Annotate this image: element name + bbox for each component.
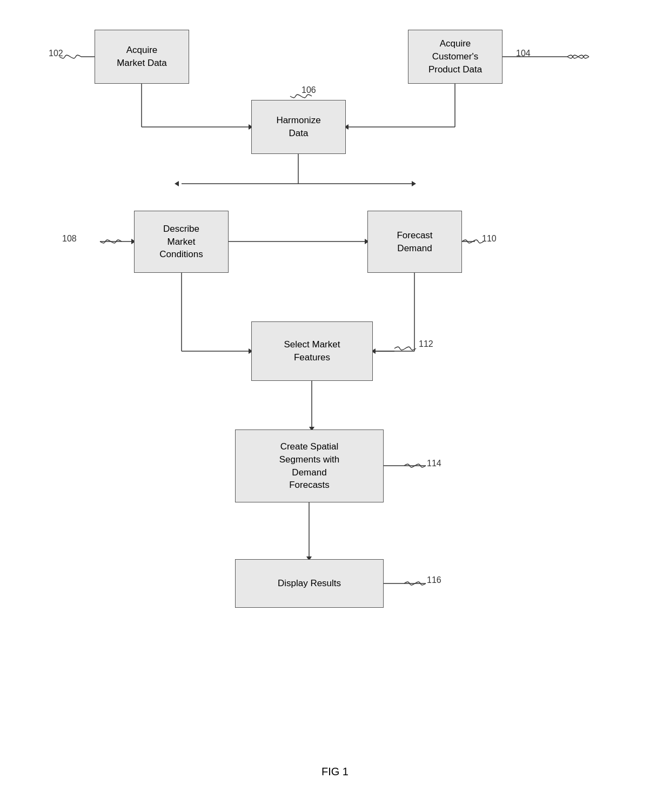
diagram-container: Acquire Market Data Acquire Customer's P…: [0, 0, 670, 789]
box-describe-market-conditions: Describe Market Conditions: [134, 211, 229, 273]
box-acquire-market-data: Acquire Market Data: [95, 30, 189, 84]
ref-106: 106: [302, 85, 316, 95]
box-display-results: Display Results: [235, 559, 384, 608]
box-acquire-product-data: Acquire Customer's Product Data: [408, 30, 502, 84]
ref-112: 112: [419, 339, 433, 349]
ref-108: 108: [62, 234, 77, 244]
figure-label: FIG 1: [0, 766, 670, 778]
ref-116: 116: [427, 575, 441, 585]
svg-marker-12: [175, 181, 179, 186]
ref-104: 104: [516, 49, 531, 58]
box-select-market-features: Select Market Features: [251, 321, 373, 381]
svg-marker-14: [412, 181, 416, 186]
ref-114: 114: [427, 459, 441, 468]
box-create-spatial-segments: Create Spatial Segments with Demand Fore…: [235, 430, 384, 502]
box-forecast-demand: Forecast Demand: [367, 211, 462, 273]
ref-110: 110: [482, 234, 497, 244]
box-harmonize-data: Harmonize Data: [251, 100, 346, 154]
ref-102: 102: [49, 49, 63, 58]
